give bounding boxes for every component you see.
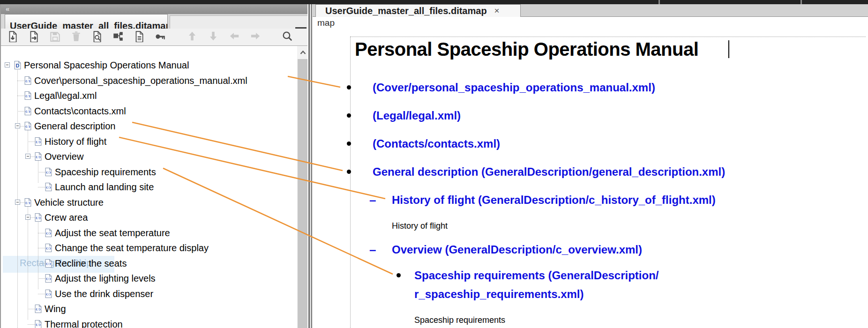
topicref-icon <box>45 183 52 193</box>
move-up-button <box>183 30 202 44</box>
topicref-icon <box>45 274 52 284</box>
bullet-marker <box>347 85 351 89</box>
tree-item-label: History of flight <box>45 136 106 147</box>
doc-arrow-down-icon <box>7 30 19 44</box>
tree-item[interactable]: Wing <box>2 303 297 315</box>
collapse-toggle[interactable] <box>5 62 10 67</box>
close-tab-icon[interactable]: × <box>494 6 500 16</box>
insert-reference-button[interactable] <box>3 30 22 44</box>
collapse-toggle[interactable] <box>25 154 30 159</box>
edit-keys-button[interactable] <box>151 30 170 44</box>
tree-item[interactable]: DPersonal Spaceship Operations Manual <box>2 59 297 71</box>
topicref-icon <box>24 76 31 87</box>
tree-item[interactable]: Vehicle structure <box>2 196 297 209</box>
bullet-marker <box>347 170 351 174</box>
collapse-toggle[interactable] <box>15 123 20 128</box>
tree-item-label: Crew area <box>45 212 88 223</box>
open-document-button[interactable] <box>130 30 149 44</box>
tree-item-label: Recline the seats <box>55 258 127 269</box>
bullet-marker <box>347 113 351 118</box>
ditamap-tree: Rectangular Ship DPersonal Spaceship Ope… <box>2 46 297 328</box>
tree-item[interactable]: Adjust the lighting levels <box>2 272 297 284</box>
delete-button <box>67 30 85 44</box>
hierarchy-icon <box>112 30 124 44</box>
tree-item[interactable]: Crew area <box>2 211 297 224</box>
collapse-toggle[interactable] <box>15 200 20 205</box>
text-caret <box>728 40 729 58</box>
topicref-link[interactable]: –History of flight (GeneralDescription/c… <box>313 191 868 209</box>
panel-splitter[interactable] <box>307 4 313 328</box>
tree-item[interactable]: History of flight <box>2 135 297 148</box>
svg-text:D: D <box>15 63 19 68</box>
demote-button <box>246 30 265 44</box>
tree-item[interactable]: Change the seat temperature display <box>2 242 297 254</box>
tree-item[interactable]: Adjust the seat temperature <box>2 227 297 239</box>
tree-item[interactable]: Thermal protection <box>2 318 297 328</box>
tree-item-label: Spaceship requirements <box>55 166 156 178</box>
topicref-icon <box>35 137 42 148</box>
topicref-icon <box>35 152 42 163</box>
tree-item[interactable]: Launch and landing site <box>2 181 297 193</box>
key-icon <box>154 30 166 44</box>
topicref-link[interactable]: General description (GeneralDescription/… <box>313 163 868 181</box>
breadcrumb-item-map[interactable]: map <box>317 18 335 28</box>
topicref-icon <box>24 91 31 102</box>
editor-tab-strip: UserGuide_master_all_files.ditamap × <box>313 4 868 17</box>
chevron-up-icon <box>299 48 307 57</box>
top-bar-tick <box>801 0 802 4</box>
topicref-icon <box>35 305 42 315</box>
tree-item-label: General description <box>34 120 115 132</box>
scrollbar-thumb[interactable] <box>298 59 308 328</box>
topicref-link[interactable]: (Cover/personal_spaceship_operations_man… <box>313 78 868 97</box>
map-title[interactable]: Personal Spaceship Operations Manual <box>355 39 698 60</box>
dash-marker: – <box>369 240 376 259</box>
topicref-link[interactable]: Spaceship requirements (GeneralDescripti… <box>313 266 868 304</box>
topicref-link[interactable]: (Legal/legal.xml) <box>313 106 868 125</box>
tree-item-label: Personal Spaceship Operations Manual <box>24 60 189 71</box>
tree-scrollbar[interactable] <box>297 46 308 328</box>
bullet-marker <box>347 142 351 146</box>
tree-item-label: Vehicle structure <box>34 197 104 208</box>
link-with-editor-button[interactable] <box>109 30 127 44</box>
topicref-icon <box>35 320 42 328</box>
tree-item-label: Legal\legal.xml <box>34 90 97 101</box>
topicref-link[interactable]: –Overview (GeneralDescription/c_overview… <box>313 240 868 259</box>
insert-reference-after-button[interactable] <box>24 30 43 44</box>
tree-item-label: Change the seat temperature display <box>55 242 209 253</box>
tree-item[interactable]: Contacts\contacts.xml <box>2 105 297 117</box>
breadcrumb: map <box>313 17 868 30</box>
editor-tab[interactable]: UserGuide_master_all_files.ditamap × <box>315 4 521 17</box>
tree-item-label: Use the drink dispenser <box>55 288 153 299</box>
doc-arrow-right-icon <box>28 30 40 44</box>
ditamap-icon: D <box>14 61 21 71</box>
topicref-icon <box>45 290 52 300</box>
author-document-area: Personal Spaceship Operations Manual (Co… <box>313 30 868 328</box>
tree-item[interactable]: Spaceship requirements <box>2 166 297 178</box>
arrow-right-icon <box>249 30 262 44</box>
editor-panel: UserGuide_master_all_files.ditamap × map… <box>313 4 868 328</box>
tree-item[interactable]: Legal\legal.xml <box>2 89 297 102</box>
tree-item[interactable]: General description <box>2 120 297 132</box>
arrow-left-icon <box>228 30 240 44</box>
app-window: « UserGuide_master_all_files.ditamap Rec… <box>0 0 868 328</box>
tree-item-label: Adjust the seat temperature <box>55 227 170 239</box>
scroll-up-button[interactable] <box>297 46 308 59</box>
collapse-panel-button[interactable]: « <box>6 5 9 13</box>
tree-item[interactable]: Overview <box>2 150 297 163</box>
preview-reference-button[interactable] <box>88 30 106 44</box>
map-toolbar <box>1 29 308 46</box>
collapse-toggle[interactable] <box>25 215 30 220</box>
editor-tab-title: UserGuide_master_all_files.ditamap <box>316 6 487 16</box>
tree-item[interactable]: Cover\personal_spaceship_operations_manu… <box>2 75 297 87</box>
tree-item-label: Overview <box>45 151 83 162</box>
topicref-icon <box>35 213 42 224</box>
tree-item[interactable]: Use the drink dispenser <box>2 288 297 300</box>
topicref-icon <box>24 122 31 132</box>
tree-item-label: Wing <box>45 303 66 314</box>
topicref-link[interactable]: (Contacts/contacts.xml) <box>313 134 868 153</box>
tree-item[interactable]: Recline the seats <box>2 257 297 269</box>
bullet-marker <box>397 273 401 277</box>
arrow-up-icon <box>186 30 198 44</box>
search-button[interactable] <box>278 30 297 44</box>
left-tab-strip: UserGuide_master_all_files.ditamap <box>1 14 308 29</box>
